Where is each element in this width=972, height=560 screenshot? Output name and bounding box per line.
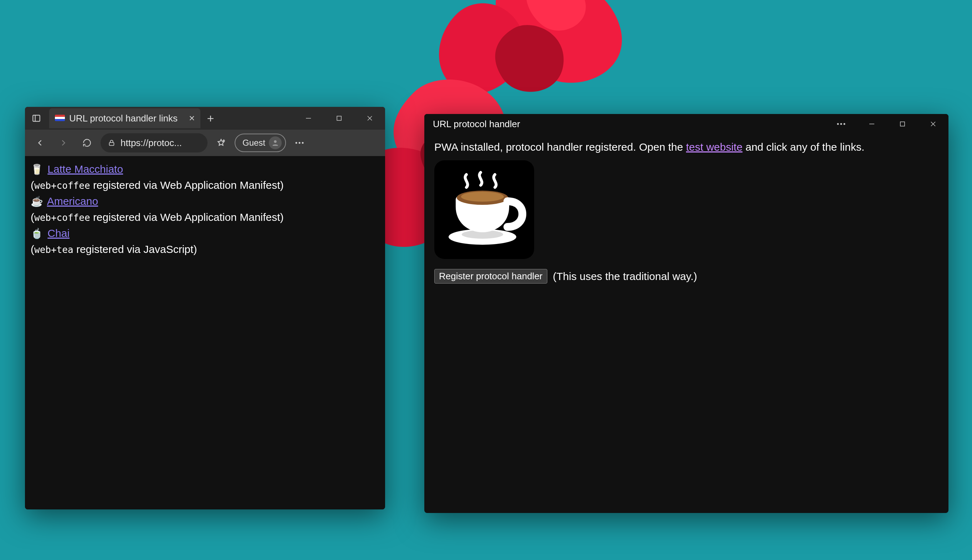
minimize-button[interactable] [293,108,324,128]
svg-point-11 [299,142,301,144]
browser-toolbar: https://protoc... Guest [25,130,385,156]
link-americano[interactable]: Americano [47,195,98,207]
scheme-2: web+tea [34,244,74,255]
link-note-2: (web+tea registered via JavaScript) [31,241,380,257]
avatar-icon [269,137,282,149]
pwa-content: PWA installed, protocol handler register… [424,134,949,291]
svg-rect-6 [109,142,114,145]
coffee-cup-image [434,160,534,259]
pwa-title: URL protocol handler [433,118,520,130]
svg-point-10 [296,142,298,144]
tab-actions-button[interactable] [25,113,48,123]
forward-button[interactable] [54,133,74,153]
browser-tabstrip: URL protocol handler links × + [25,107,385,130]
svg-point-14 [840,123,842,125]
more-button[interactable] [289,133,310,153]
pwa-titlebar: URL protocol handler [424,114,949,134]
svg-point-23 [461,192,504,202]
pwa-more-button[interactable] [826,114,857,134]
register-protocol-button[interactable]: Register protocol handler [434,269,547,283]
pwa-window: URL protocol handler PWA installed, prot… [424,114,949,513]
svg-rect-3 [337,116,341,120]
new-tab-button[interactable]: + [201,112,220,125]
favorites-button[interactable] [211,133,231,153]
pwa-minimize-button[interactable] [857,114,887,134]
scheme-0: web+coffee [34,180,90,191]
reload-button[interactable] [77,133,97,153]
svg-point-12 [302,142,304,144]
link-row-1: ☕ Americano [31,193,380,209]
link-chai[interactable]: Chai [47,227,70,239]
profile-button[interactable]: Guest [234,133,286,152]
link-note-0: (web+coffee registered via Web Applicati… [31,177,380,193]
coffee-icon: ☕ [31,196,43,207]
tab-title: URL protocol handler links [69,113,177,124]
tab-favicon-icon [55,115,65,122]
link-note-1: (web+coffee registered via Web Applicati… [31,209,380,225]
test-website-link[interactable]: test website [686,141,742,153]
glass-icon: 🥛 [31,164,43,175]
close-button[interactable] [355,108,385,128]
maximize-button[interactable] [324,108,355,128]
browser-tab[interactable]: URL protocol handler links × [49,108,201,128]
pwa-maximize-button[interactable] [887,114,918,134]
register-note: (This uses the traditional way.) [553,270,698,282]
svg-point-9 [274,140,276,143]
tea-icon: 🍵 [31,228,43,239]
browser-page-content: 🥛 Latte Macchiato (web+coffee registered… [25,156,385,509]
window-controls [293,108,385,128]
svg-point-13 [837,123,839,125]
address-bar[interactable]: https://protoc... [100,133,207,152]
pwa-status: PWA installed, protocol handler register… [434,141,939,153]
svg-point-15 [844,123,845,125]
back-button[interactable] [30,133,50,153]
link-row-0: 🥛 Latte Macchiato [31,161,380,177]
link-latte[interactable]: Latte Macchiato [47,163,123,175]
browser-window: URL protocol handler links × + https://p… [25,107,385,509]
scheme-1: web+coffee [34,212,90,223]
pwa-close-button[interactable] [918,114,949,134]
address-text: https://protoc... [120,138,182,148]
lock-icon [108,139,115,147]
register-row: Register protocol handler (This uses the… [434,269,939,283]
profile-label: Guest [243,138,265,148]
link-row-2: 🍵 Chai [31,225,380,241]
tab-close-button[interactable]: × [189,113,195,124]
svg-rect-17 [900,122,905,126]
svg-rect-0 [33,115,40,121]
